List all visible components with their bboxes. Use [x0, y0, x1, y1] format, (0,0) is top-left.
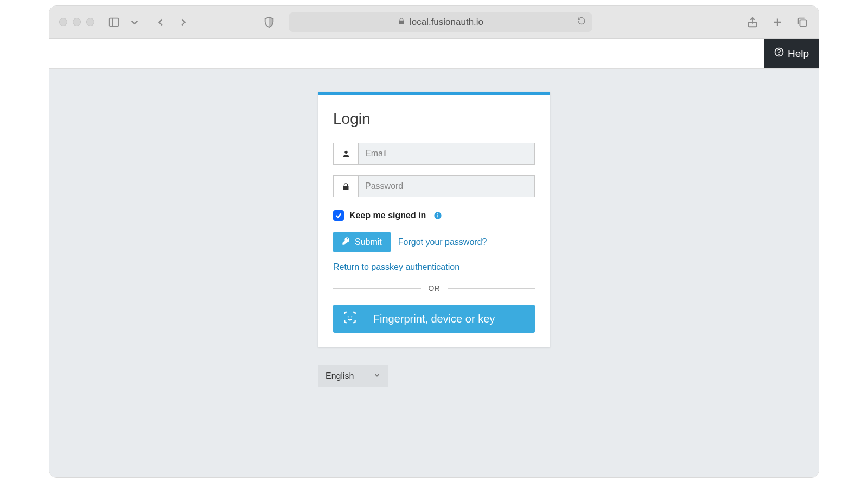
help-icon: [774, 47, 784, 60]
share-icon[interactable]: [746, 16, 759, 29]
user-icon: [333, 143, 358, 165]
keep-signed-in-checkbox[interactable]: [333, 210, 344, 221]
app-header: Help: [49, 39, 819, 69]
forgot-password-link[interactable]: Forgot your password?: [398, 237, 487, 247]
keep-signed-in-row[interactable]: Keep me signed in: [333, 210, 535, 221]
login-panel: Login Keep me s: [318, 92, 550, 347]
back-button[interactable]: [154, 16, 167, 29]
tabs-overview-icon[interactable]: [796, 16, 809, 29]
svg-point-7: [778, 54, 780, 55]
url-bar[interactable]: local.fusionauth.io: [289, 12, 592, 32]
window-controls: [59, 18, 94, 26]
shield-icon[interactable]: [263, 16, 276, 29]
help-label: Help: [788, 48, 809, 60]
password-input[interactable]: [358, 175, 535, 197]
return-passkey-link[interactable]: Return to passkey authentication: [333, 262, 535, 272]
email-input-group: [333, 143, 535, 165]
keep-signed-in-label: Keep me signed in: [349, 211, 426, 220]
lock-icon: [398, 17, 405, 28]
info-icon[interactable]: [433, 211, 442, 220]
browser-chrome: local.fusionauth.io: [49, 6, 819, 39]
key-icon: [342, 237, 350, 248]
submit-button[interactable]: Submit: [333, 232, 391, 252]
or-label: OR: [429, 284, 440, 293]
forward-button[interactable]: [177, 16, 190, 29]
login-title: Login: [333, 110, 535, 128]
passkey-button[interactable]: Fingerprint, device or key: [333, 305, 535, 333]
browser-window: local.fusionauth.io Help: [49, 5, 819, 478]
passkey-button-label: Fingerprint, device or key: [373, 313, 495, 325]
language-selected: English: [326, 371, 354, 381]
svg-rect-5: [800, 20, 806, 26]
lock-icon: [333, 175, 358, 197]
fingerprint-scan-icon: [343, 311, 357, 327]
help-button[interactable]: Help: [764, 39, 819, 68]
url-host: local.fusionauth.io: [410, 17, 483, 28]
svg-point-8: [344, 151, 347, 154]
chevron-down-icon[interactable]: [128, 16, 141, 29]
submit-label: Submit: [355, 237, 382, 247]
or-divider: OR: [333, 284, 535, 293]
svg-point-11: [438, 213, 439, 214]
content-area: Login Keep me s: [49, 69, 819, 477]
maximize-window-button[interactable]: [86, 18, 94, 26]
close-window-button[interactable]: [59, 18, 67, 26]
refresh-icon[interactable]: [577, 16, 586, 28]
email-input[interactable]: [358, 143, 535, 165]
language-select[interactable]: English: [318, 365, 388, 387]
svg-rect-0: [110, 18, 119, 26]
svg-rect-10: [438, 215, 438, 218]
minimize-window-button[interactable]: [73, 18, 81, 26]
sidebar-toggle-icon[interactable]: [107, 16, 120, 29]
new-tab-icon[interactable]: [771, 16, 784, 29]
svg-point-13: [351, 316, 352, 317]
action-row: Submit Forgot your password?: [333, 232, 535, 252]
password-input-group: [333, 175, 535, 197]
svg-point-12: [348, 316, 349, 317]
chevron-down-icon: [373, 371, 381, 381]
